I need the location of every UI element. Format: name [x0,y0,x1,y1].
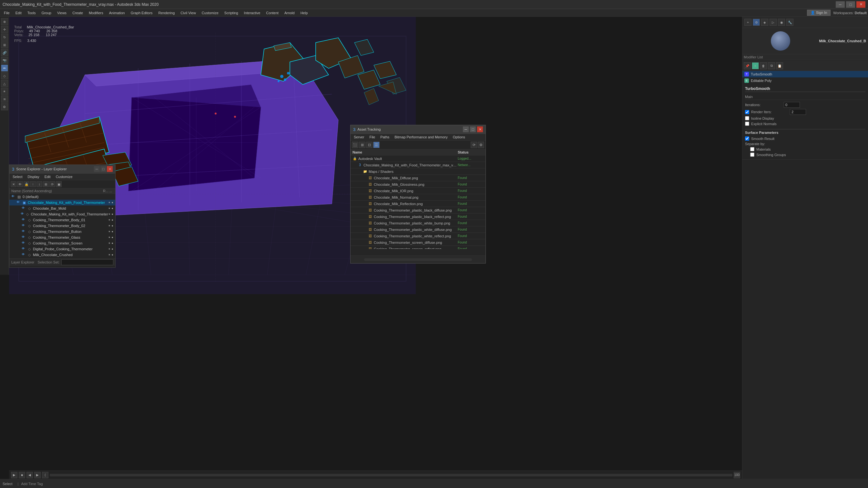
at-maximize-btn[interactable]: □ [470,126,476,132]
se-selection-set-input[interactable] [61,259,113,265]
se-tool-freeze[interactable]: ⟳ [50,181,55,187]
modifier-editablepoly[interactable]: E Editable Poly [742,77,868,84]
at-texture-8[interactable]: 🖼 Cooking_Thermometer_plastic_white_diff… [350,226,486,233]
se-tool-link[interactable]: ↑ [30,181,36,187]
maximize-button[interactable]: □ [846,1,855,8]
vp-btn-key[interactable]: ⟨ [42,472,49,478]
tool-paint[interactable]: ✏ [1,65,8,72]
ts-smoothing-groups-checkbox[interactable] [750,153,754,157]
at-minimize-btn[interactable]: ─ [463,126,469,132]
se-tool-filter[interactable]: ✕ [11,181,17,187]
se-item-therm-screen[interactable]: 👁 ◇ Cooking_Thermometer_Screen ✶ ● [9,240,115,246]
se-tool-unlink[interactable]: ↕ [36,181,42,187]
menu-modifiers[interactable]: Modifiers [86,9,106,17]
vp-btn-prev[interactable]: ◀ [27,472,33,478]
modifier-turbosmooth[interactable]: T TurboSmooth [742,71,868,77]
menu-rendering[interactable]: Rendering [156,9,178,17]
at-texture-2[interactable]: 🖼 Chocolate_Milk_IOR.png Found [350,188,486,194]
at-menu-file[interactable]: File [368,134,376,140]
at-texture-10[interactable]: 🖼 Cooking_Thermometer_screen_diffuse.png… [350,239,486,246]
rp-motion-icon[interactable]: ▷ [770,19,777,26]
se-item-digital-probe[interactable]: 👁 ◇ Digital_Probe_Cooking_Thermometer ✶ … [9,246,115,252]
at-tool-1[interactable]: ⬛ [352,141,358,148]
se-item-therm-button[interactable]: 👁 ◇ Cooking_Thermometer_Button ✶ ● [9,229,115,234]
se-maximize-btn[interactable]: □ [100,166,106,172]
se-menu-edit[interactable]: Edit [43,174,52,179]
at-texture-1[interactable]: 🖼 Chocolate_Milk_Glossiness.png Found [350,181,486,188]
menu-edit[interactable]: Edit [13,9,24,17]
se-tool-hide[interactable]: ⊞ [43,181,49,187]
ts-render-iters-checkbox[interactable] [745,110,749,114]
at-tool-4[interactable]: ☰ [373,141,380,148]
at-texture-11[interactable]: 🖼 Cooking_Thermometer_screen_reflect.png… [350,246,486,249]
tool-lights[interactable]: ☀ [1,88,8,95]
at-tool-3[interactable]: ⊡ [366,141,373,148]
tool-link[interactable]: 🔗 [1,49,8,56]
se-tool-display[interactable]: 👁 [17,181,23,187]
mod-tool-paste[interactable]: 📋 [776,62,783,69]
at-tool-2[interactable]: ⊞ [359,141,365,148]
tool-camera[interactable]: 📷 [1,57,8,64]
se-item-chocolate-bar-mold[interactable]: 👁 ◇ Chocolate_Bar_Mold ✶ ● [9,205,115,211]
se-item-therm-body-02[interactable]: 👁 ◇ Cooking_Thermometer_Body_02 ✶ ● [9,223,115,229]
at-tool-settings[interactable]: ⚙ [478,141,484,148]
at-texture-4[interactable]: 🖼 Chocolate_Milk_Reflection.png Found [350,201,486,207]
tool-helpers[interactable]: ◇ [1,72,8,79]
menu-help[interactable]: Help [298,9,311,17]
menu-tools[interactable]: Tools [25,9,38,17]
rp-hierarchy-icon[interactable]: ◈ [761,19,768,26]
menu-create[interactable]: Create [70,9,86,17]
rp-create-icon[interactable]: + [744,19,751,26]
menu-arnold[interactable]: Arnold [282,9,297,17]
rp-utilities-icon[interactable]: 🔧 [786,19,794,26]
at-maps-folder[interactable]: 📁 Maps / Shaders [350,168,486,175]
se-layer-0[interactable]: 👁 ▤ 0 (default) [9,194,115,200]
menu-interactive[interactable]: Interactive [242,9,263,17]
menu-customize[interactable]: Customize [199,9,221,17]
at-menu-paths[interactable]: Paths [379,134,391,140]
at-texture-3[interactable]: 🖼 Chocolate_Milk_Normal.png Found [350,194,486,201]
mod-tool-delete[interactable]: 🗑 [760,62,767,69]
vp-timeline[interactable] [50,474,733,477]
menu-animation[interactable]: Animation [106,9,127,17]
se-tool-select-all[interactable]: ▣ [56,181,62,187]
menu-scripting[interactable]: Scripting [222,9,241,17]
menu-views[interactable]: Views [55,9,69,17]
vp-btn-next[interactable]: ▶ [34,472,41,478]
rp-modify-icon[interactable]: ⚙ [753,19,760,26]
menu-group[interactable]: Group [39,9,54,17]
menu-graph-editors[interactable]: Graph Editors [128,9,155,17]
se-menu-customize[interactable]: Customize [55,174,74,179]
tool-systems[interactable]: ⚙ [1,103,8,110]
se-item-therm-body-01[interactable]: 👁 ◇ Cooking_Thermometer_Body_01 ✶ ● [9,217,115,223]
sign-in-button[interactable]: 👤 Sign In [807,10,831,16]
menu-civil-view[interactable]: Civil View [178,9,198,17]
at-main-file[interactable]: 3 Chocolate_Making_Kit_with_Food_Thermom… [350,162,486,168]
ts-explicit-normals-checkbox[interactable] [745,122,749,126]
se-minimize-btn[interactable]: ─ [94,166,100,172]
at-texture-7[interactable]: 🖼 Cooking_Thermometer_plastic_white_bump… [350,220,486,226]
ts-render-iters-input[interactable] [790,109,806,115]
se-item-choc-kit[interactable]: 👁 ◇ Chocolate_Making_Kit_with_Food_Therm… [9,211,115,217]
minimize-button[interactable]: ─ [836,1,845,8]
tool-scale[interactable]: ⊞ [1,41,8,48]
mod-tool-copy[interactable]: ⧉ [768,62,775,69]
vp-btn-frame[interactable]: 100 [734,472,740,478]
rp-display-icon[interactable]: ◉ [778,19,785,26]
ts-iterations-input[interactable] [784,102,800,108]
at-menu-options[interactable]: Options [452,134,466,140]
tool-rotate[interactable]: ↻ [1,34,8,41]
ts-materials-checkbox[interactable] [750,147,754,151]
at-close-btn[interactable]: ✕ [477,126,483,132]
se-menu-select[interactable]: Select [11,174,24,179]
tool-shapes[interactable]: △ [1,80,8,87]
se-item-milk-crushed[interactable]: 👁 ◇ Milk_Chocolate_Crushed ✶ ● [9,252,115,258]
at-texture-0[interactable]: 🖼 Chocolate_Milk_Diffuse.png Found [350,175,486,181]
at-texture-5[interactable]: 🖼 Cooking_Thermometer_plastic_black_diff… [350,207,486,214]
se-menu-display[interactable]: Display [27,174,41,179]
at-scrollbar[interactable] [364,258,472,261]
close-button[interactable]: ✕ [857,1,865,8]
at-texture-6[interactable]: 🖼 Cooking_Thermometer_plastic_black_refl… [350,214,486,220]
ts-smooth-result-checkbox[interactable] [745,136,749,141]
se-tool-lock[interactable]: 🔒 [24,181,29,187]
